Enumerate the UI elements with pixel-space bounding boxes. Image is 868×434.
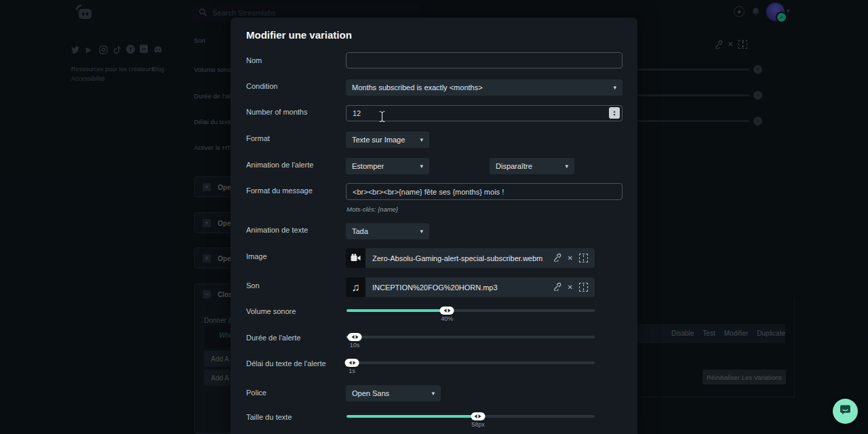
chat-bubble-icon [839, 403, 852, 419]
font-select[interactable]: Open Sans ▾ [346, 385, 441, 401]
volume-slider[interactable]: 40% [347, 309, 595, 312]
text-delay-value: 1s [349, 368, 355, 374]
chevron-down-icon: ▾ [565, 163, 568, 170]
slider-handle[interactable] [440, 307, 454, 315]
slider-fill [347, 309, 447, 312]
slider-fill [347, 415, 478, 418]
edit-variation-modal: Modifier une variation Nom Condition Mon… [231, 18, 637, 434]
image-file-row: Zero-Absolu-Gaming-alert-special-subscri… [346, 248, 595, 268]
modal-title: Modifier une variation [246, 29, 352, 41]
name-label: Nom [246, 56, 262, 64]
chevron-down-icon: ▾ [420, 163, 423, 170]
format-select[interactable]: Texte sur Image ▾ [346, 132, 429, 148]
image-label: Image [246, 252, 267, 260]
remove-file-icon[interactable]: ✕ [568, 283, 573, 291]
duration-slider[interactable]: 10s [347, 336, 595, 338]
music-note-icon: ♫ [346, 277, 366, 297]
condition-select[interactable]: Months subscribed is exactly <months> ▾ [346, 79, 623, 96]
link-icon[interactable] [553, 253, 561, 263]
remove-file-icon[interactable]: ✕ [568, 254, 573, 262]
text-size-slider[interactable]: 58px [347, 415, 595, 418]
months-label: Number of months [246, 108, 307, 116]
media-library-icon[interactable] [579, 254, 588, 262]
alert-animation-out-select[interactable]: Disparaître ▾ [490, 158, 574, 174]
text-size-label: Taille du texte [246, 413, 292, 421]
volume-value: 40% [441, 315, 453, 322]
image-filename: Zero-Absolu-Gaming-alert-special-subscri… [372, 254, 553, 262]
message-format-input[interactable] [346, 183, 623, 200]
video-file-icon [346, 248, 366, 268]
chevron-down-icon: ▾ [420, 136, 423, 143]
sound-file-row: ♫ INCEPTION%20FOG%20HORN.mp3 ✕ [346, 277, 595, 297]
slider-handle[interactable] [471, 412, 485, 420]
text-delay-slider[interactable]: 1s [347, 361, 595, 364]
chevron-down-icon: ▾ [431, 390, 435, 397]
alert-animation-in-select[interactable]: Estomper ▾ [346, 158, 429, 174]
font-label: Police [246, 389, 267, 397]
text-animation-select[interactable]: Tada ▾ [346, 223, 429, 239]
message-format-label: Format du message [246, 186, 313, 195]
volume-label: Volume sonore [246, 307, 296, 315]
chevron-down-icon: ▾ [420, 228, 423, 235]
media-library-icon[interactable] [579, 283, 588, 292]
text-cursor [378, 111, 386, 125]
keywords-hint: Mots-clés: {name} [347, 205, 398, 213]
chevron-down-icon: ▾ [613, 84, 616, 91]
alert-animation-label: Animation de l'alerte [246, 161, 313, 169]
name-input[interactable] [346, 52, 623, 68]
stepper-down-icon[interactable]: ▾ [613, 113, 615, 117]
slider-handle[interactable] [345, 359, 359, 367]
format-label: Format [246, 134, 270, 142]
sound-label: Son [246, 281, 260, 290]
condition-label: Condition [246, 82, 277, 90]
duration-value: 10s [350, 342, 360, 349]
text-animation-label: Animation de texte [246, 226, 308, 234]
support-chat-button[interactable] [833, 399, 858, 424]
link-icon[interactable] [553, 282, 561, 292]
text-size-value: 58px [471, 421, 485, 428]
duration-label: Durée de l'alerte [246, 334, 300, 342]
months-input[interactable] [346, 105, 623, 121]
number-stepper[interactable]: ▴ ▾ [609, 107, 620, 119]
slider-handle[interactable] [348, 333, 362, 341]
text-delay-label: Délai du texte de l'alerte [246, 359, 326, 368]
sound-filename: INCEPTION%20FOG%20HORN.mp3 [372, 283, 553, 292]
